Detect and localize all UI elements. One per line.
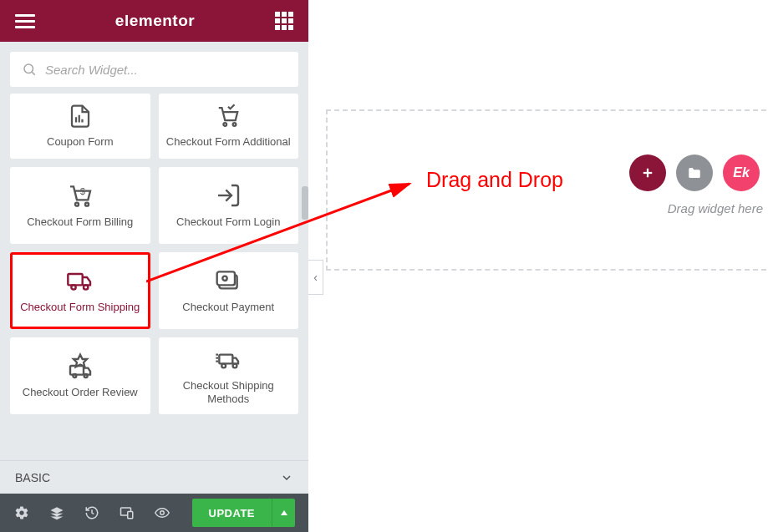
svg-point-17 xyxy=(84,374,87,377)
search-icon xyxy=(22,62,37,77)
svg-rect-8 xyxy=(68,274,82,285)
order-review-icon xyxy=(67,352,94,379)
update-caret[interactable] xyxy=(272,499,295,527)
annotation-text: Drag and Drop xyxy=(426,168,563,192)
widget-checkout-login[interactable]: Checkout Form Login xyxy=(159,167,299,244)
widget-label: Checkout Form Billing xyxy=(27,215,133,229)
svg-point-4 xyxy=(75,203,79,206)
svg-point-0 xyxy=(24,64,33,73)
svg-point-16 xyxy=(73,374,76,377)
collapse-sidebar-button[interactable]: ‹ xyxy=(308,260,323,295)
payment-icon xyxy=(215,267,242,294)
widget-checkout-billing[interactable]: $ Checkout Form Billing xyxy=(10,167,150,244)
widget-label: Checkout Form Shipping xyxy=(20,301,140,314)
category-label: BASIC xyxy=(15,471,50,484)
elementor-sidebar: elementor Coupon Form Checkout Form Addi… xyxy=(0,0,308,532)
sidebar-header: elementor xyxy=(0,0,308,42)
add-section-button[interactable] xyxy=(629,155,666,191)
svg-rect-18 xyxy=(220,354,233,363)
settings-icon[interactable] xyxy=(13,504,30,521)
svg-marker-24 xyxy=(281,510,287,515)
elementskit-button[interactable]: Ek xyxy=(723,155,760,191)
widget-label: Checkout Order Review xyxy=(23,386,138,399)
search-input[interactable] xyxy=(45,63,287,77)
hamburger-menu-icon[interactable] xyxy=(15,11,35,31)
widget-label: Checkout Shipping Methods xyxy=(164,379,294,407)
widget-checkout-shipping[interactable]: Checkout Form Shipping xyxy=(10,252,150,329)
update-button[interactable]: UPDATE xyxy=(192,499,272,527)
widget-shipping-methods[interactable]: Checkout Shipping Methods xyxy=(159,337,299,414)
template-library-button[interactable] xyxy=(676,155,713,191)
widget-coupon-form[interactable]: Coupon Form xyxy=(10,94,150,159)
svg-line-1 xyxy=(32,72,34,74)
app-title: elementor xyxy=(115,12,195,30)
svg-rect-22 xyxy=(128,512,133,519)
coupon-icon xyxy=(68,104,93,129)
plus-icon xyxy=(640,165,655,180)
widget-order-review[interactable]: Checkout Order Review xyxy=(10,337,150,414)
widget-checkout-payment[interactable]: Checkout Payment xyxy=(159,252,299,329)
svg-rect-12 xyxy=(217,271,235,285)
widget-label: Checkout Form Additional xyxy=(166,135,291,149)
navigator-icon[interactable] xyxy=(48,504,65,521)
chevron-down-icon xyxy=(280,471,293,484)
truck-icon xyxy=(67,267,94,294)
widget-checkout-additional[interactable]: Checkout Form Additional xyxy=(159,94,299,159)
scrollbar-thumb[interactable] xyxy=(302,186,308,220)
apps-grid-icon[interactable] xyxy=(275,12,293,30)
login-icon xyxy=(215,182,242,209)
search-widget-field[interactable] xyxy=(10,52,298,87)
svg-point-3 xyxy=(233,123,237,126)
category-basic[interactable]: BASIC xyxy=(0,460,308,494)
cart-additional-icon xyxy=(216,104,241,129)
ek-logo-icon: Ek xyxy=(733,165,750,180)
widget-label: Checkout Payment xyxy=(182,301,274,314)
bottom-toolbar: UPDATE xyxy=(0,494,308,532)
svg-text:$: $ xyxy=(80,186,85,196)
svg-point-2 xyxy=(224,123,227,126)
svg-point-20 xyxy=(233,363,237,367)
svg-point-10 xyxy=(84,285,88,289)
responsive-icon[interactable] xyxy=(119,504,135,521)
preview-icon[interactable] xyxy=(154,504,170,521)
widget-label: Checkout Form Login xyxy=(176,215,280,229)
caret-up-icon xyxy=(280,509,288,517)
drag-widget-hint: Drag widget here xyxy=(668,201,766,215)
svg-point-5 xyxy=(85,203,89,206)
folder-icon xyxy=(687,165,702,180)
widget-label: Coupon Form xyxy=(47,135,113,149)
shipping-methods-icon xyxy=(215,346,242,372)
cart-billing-icon: $ xyxy=(67,182,94,209)
svg-point-9 xyxy=(71,285,75,289)
svg-point-23 xyxy=(160,511,165,515)
history-icon[interactable] xyxy=(84,504,100,521)
svg-point-19 xyxy=(222,363,226,367)
